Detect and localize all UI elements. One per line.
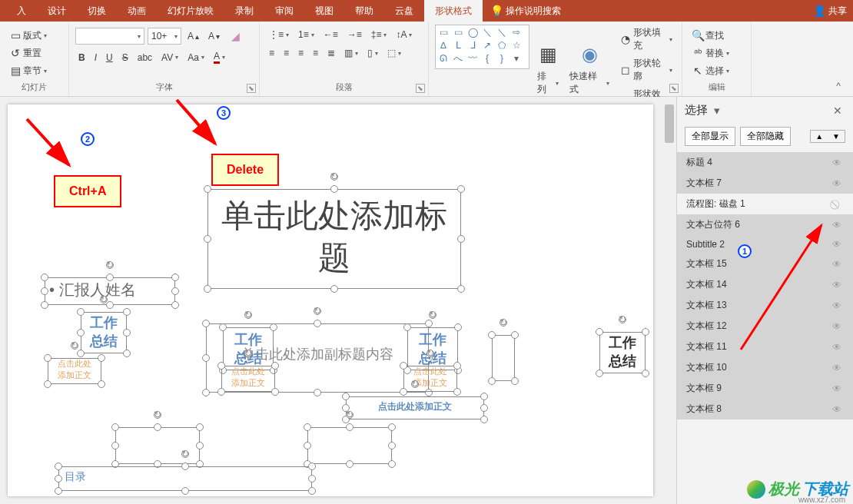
tab-2[interactable]: 切换 (77, 0, 117, 22)
reporter-textbox[interactable]: • 汇报人姓名 (45, 277, 175, 305)
move-down-button[interactable]: ▼ (828, 131, 845, 142)
add-text-line-box[interactable]: 点击此处添加正文 (346, 396, 484, 419)
align-center-button[interactable]: ≡ (280, 46, 292, 60)
decrease-font-button[interactable]: A▾ (205, 29, 223, 43)
drawing-launcher[interactable]: ⬊ (669, 84, 679, 93)
title-placeholder[interactable]: 单击此处添加标题 (207, 189, 461, 289)
tab-5[interactable]: 录制 (224, 0, 264, 22)
tab-1[interactable]: 设计 (37, 0, 77, 22)
reset-button[interactable]: ↺重置 (6, 45, 50, 61)
selection-pane-dropdown[interactable]: ▾ (708, 104, 726, 118)
tell-me-search[interactable]: 💡 操作说明搜索 (490, 5, 561, 18)
ribbon-collapse[interactable]: ^ (752, 22, 853, 96)
case-label: Aa (188, 52, 199, 63)
hidden-icon[interactable]: ⃠ (830, 199, 844, 210)
arrange-button[interactable]: 排列▾ (534, 68, 563, 98)
badge-1: 1 (738, 244, 752, 258)
show-all-button[interactable]: 全部显示 (685, 127, 735, 146)
scrollbar-thumb[interactable] (665, 104, 674, 143)
selection-item-10[interactable]: 文本框 10👁 (677, 357, 853, 378)
tab-10[interactable]: 形状格式 (424, 0, 483, 22)
add-text-box-2[interactable]: 点击此处 添加正文 (221, 366, 275, 392)
font-color-button[interactable]: A▾ (211, 49, 228, 65)
tab-9[interactable]: 云盘 (384, 0, 424, 22)
smartart-button[interactable]: ⬚▾ (384, 46, 404, 60)
lightbulb-icon: 💡 (490, 5, 503, 17)
numbering-button[interactable]: 1≡▾ (295, 28, 317, 41)
clear-format-button[interactable]: ◢ (226, 28, 244, 44)
selection-item-1[interactable]: 文本框 7👁 (677, 173, 853, 194)
selection-item-label: 文本框 8 (686, 403, 722, 416)
replace-button[interactable]: ᵃᵇ替换▾ (689, 45, 732, 61)
vertical-scrollbar[interactable] (662, 97, 676, 504)
section-button[interactable]: ▤章节▾ (6, 63, 50, 79)
tab-7[interactable]: 视图 (304, 0, 344, 22)
align-text-button[interactable]: ▯▾ (364, 46, 381, 60)
line-spacing-button[interactable]: ‡≡▾ (368, 28, 390, 41)
reset-icon: ↺ (9, 47, 22, 59)
select-button[interactable]: ↖选择▾ (689, 63, 732, 79)
change-case-button[interactable]: Aa▾ (184, 51, 207, 65)
section-icon: ▤ (9, 65, 22, 77)
visible-icon[interactable]: 👁 (830, 158, 844, 168)
justify-button[interactable]: ≡ (310, 46, 321, 60)
placeholder-lower-2[interactable] (307, 427, 392, 464)
tab-8[interactable]: 帮助 (344, 0, 384, 22)
align-right-button[interactable]: ≡ (295, 46, 307, 60)
visible-icon[interactable]: 👁 (830, 363, 844, 373)
selection-item-12[interactable]: 文本框 8👁 (677, 399, 853, 419)
font-launcher[interactable]: ⬊ (247, 84, 256, 93)
selection-item-label: 文本框 14 (686, 278, 727, 291)
selection-pane-close[interactable]: ✕ (830, 104, 845, 117)
selection-item-0[interactable]: 标题 4👁 (677, 152, 853, 173)
visible-icon[interactable]: 👁 (830, 404, 844, 415)
shapes-gallery[interactable]: ▭▭◯＼＼⇨ ∆ᒪᒧ↗⬠☆ ᘏへ〰{}▾ (435, 25, 529, 69)
move-up-button[interactable]: ▲ (811, 131, 828, 142)
work-summary-box-1[interactable]: 工作 总结 (81, 312, 127, 353)
tab-4[interactable]: 幻灯片放映 (157, 0, 224, 22)
bullets-button[interactable]: ⋮≡▾ (266, 28, 292, 41)
add-text-box-1[interactable]: 点击此处 添加正文 (48, 358, 101, 384)
selection-item-label: 文本框 10 (686, 361, 727, 374)
italic-button[interactable]: I (91, 51, 100, 65)
slide[interactable]: 单击此处添加标题 • 汇报人姓名 工作 总结 点击此处 添加正文 单击此处添加副… (8, 104, 653, 496)
indent-inc-button[interactable]: →≡ (344, 28, 365, 41)
increase-font-button[interactable]: A▴ (184, 29, 202, 43)
tab-6[interactable]: 审阅 (264, 0, 304, 22)
columns-button[interactable]: ▥▾ (341, 46, 361, 60)
paragraph-launcher[interactable]: ⬊ (416, 84, 425, 93)
shape-fill-button[interactable]: ◔形状填充▾ (617, 25, 675, 54)
strike-button[interactable]: S (119, 51, 131, 65)
font-size-combo[interactable]: 10+▾ (148, 28, 181, 45)
work-summary-box-4[interactable]: 工作 总结 (599, 332, 646, 373)
find-button[interactable]: 🔍查找 (689, 28, 732, 44)
text-direction-button[interactable]: ↕A▾ (393, 28, 415, 41)
tab-0[interactable]: 入 (6, 0, 37, 22)
small-box-right[interactable] (492, 335, 515, 381)
selection-pane-title: 选择 (685, 103, 708, 118)
char-spacing-button[interactable]: AV▾ (158, 51, 181, 65)
share-label: 共享 (828, 5, 847, 18)
quick-styles-button[interactable]: 快速样式▾ (566, 68, 612, 98)
slide-canvas-area[interactable]: 单击此处添加标题 • 汇报人姓名 工作 总结 点击此处 添加正文 单击此处添加副… (0, 97, 676, 504)
distribute-button[interactable]: ≣ (324, 46, 338, 60)
share-button[interactable]: 👤 共享 (813, 5, 847, 18)
toc-textbox[interactable]: 目录 (58, 466, 312, 491)
visible-icon[interactable]: 👁 (830, 383, 844, 394)
layout-button[interactable]: ▭版式▾ (6, 28, 50, 44)
tab-3[interactable]: 动画 (117, 0, 157, 22)
shadow-button[interactable]: abc (134, 51, 155, 65)
shape-outline-button[interactable]: ◻形状轮廓▾ (617, 55, 675, 85)
font-family-combo[interactable]: ▾ (75, 28, 144, 45)
selection-item-11[interactable]: 文本框 9👁 (677, 378, 853, 399)
underline-button[interactable]: U (103, 51, 116, 65)
visible-icon[interactable]: 👁 (830, 178, 844, 189)
hide-all-button[interactable]: 全部隐藏 (740, 127, 791, 146)
indent-dec-button[interactable]: ←≡ (320, 28, 341, 41)
align-left-button[interactable]: ≡ (266, 46, 277, 60)
search-placeholder: 操作说明搜索 (506, 5, 561, 18)
bold-button[interactable]: B (75, 51, 88, 65)
selection-item-label: 流程图: 磁盘 1 (686, 197, 745, 211)
selection-item-2[interactable]: 流程图: 磁盘 1⃠ (677, 194, 853, 214)
replace-label: 替换 (705, 47, 724, 60)
